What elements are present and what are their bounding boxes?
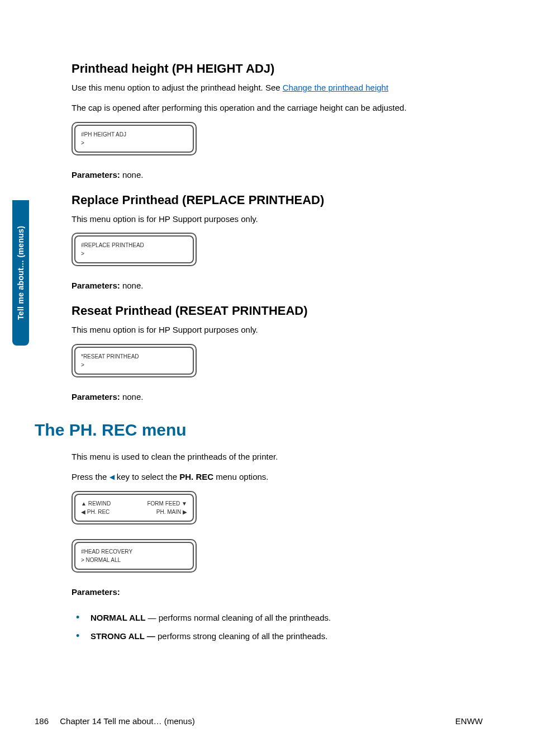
lcd-display-nav: ▲ REWIND FORM FEED ▼ ◀ PH. REC PH. MAIN …: [72, 491, 483, 525]
chapter-title: Chapter 14 Tell me about… (menus): [60, 716, 195, 726]
list-item-text: performs strong cleaning of all the prin…: [155, 631, 328, 641]
parameters-label: Parameters:: [72, 170, 120, 179]
lcd-line: #HEAD RECOVERY: [81, 547, 187, 556]
lcd-text: ◀ PH. REC: [81, 508, 110, 516]
parameters-list: NORMAL ALL — performs normal cleaning of…: [72, 610, 483, 644]
link-change-printhead-height[interactable]: Change the printhead height: [283, 83, 388, 92]
parameters-line: Parameters: none.: [72, 170, 483, 179]
list-item-bold: NORMAL ALL: [91, 613, 145, 622]
text-bold: PH. REC: [179, 472, 213, 481]
footer-left: 186 Chapter 14 Tell me about… (menus): [35, 716, 195, 726]
paragraph: Use this menu option to adjust the print…: [72, 82, 483, 94]
paragraph: This menu is used to clean the printhead…: [72, 451, 483, 463]
parameters-line: Parameters: none.: [72, 392, 483, 401]
paragraph: This menu option is for HP Support purpo…: [72, 324, 483, 336]
lcd-line: #REPLACE PRINTHEAD: [81, 241, 187, 249]
lcd-display: #HEAD RECOVERY > NORMAL ALL: [72, 539, 483, 573]
lcd-line: >: [81, 139, 187, 147]
parameters-value: none.: [120, 170, 144, 179]
text: Press the: [72, 472, 110, 481]
list-item: NORMAL ALL — performs normal cleaning of…: [85, 610, 483, 625]
parameters-label: Parameters:: [72, 281, 120, 290]
lcd-line: #PH HEIGHT ADJ: [81, 130, 187, 139]
heading-ph-height: Printhead height (PH HEIGHT ADJ): [72, 62, 483, 76]
left-arrow-icon: ◀: [110, 472, 115, 482]
parameters-line: Parameters: none.: [72, 281, 483, 290]
lcd-text: ▲ REWIND: [81, 499, 111, 508]
page-footer: 186 Chapter 14 Tell me about… (menus) EN…: [0, 716, 533, 726]
heading-replace-printhead: Replace Printhead (REPLACE PRINTHEAD): [72, 193, 483, 207]
parameters-value: none.: [120, 281, 144, 290]
paragraph: This menu option is for HP Support purpo…: [72, 213, 483, 225]
list-item-text: — performs normal cleaning of all the pr…: [145, 613, 331, 622]
lcd-line: > NORMAL ALL: [81, 556, 187, 564]
heading-reseat-printhead: Reseat Printhead (RESEAT PRINTHEAD): [72, 304, 483, 318]
footer-right: ENWW: [455, 716, 483, 726]
lcd-line: >: [81, 249, 187, 258]
side-tab: Tell me about… (menus): [12, 200, 29, 346]
page: Tell me about… (menus) Printhead height …: [0, 0, 533, 756]
text: menu options.: [213, 472, 268, 481]
parameters-line: Parameters:: [72, 587, 483, 597]
lcd-display: *RESEAT PRINTHEAD >: [72, 344, 483, 377]
list-item: STRONG ALL — performs strong cleaning of…: [85, 629, 483, 644]
parameters-label: Parameters:: [72, 587, 120, 597]
page-number: 186: [35, 716, 49, 726]
parameters-label: Parameters:: [72, 392, 120, 401]
paragraph: Press the ◀ key to select the PH. REC me…: [72, 471, 483, 483]
lcd-line: *RESEAT PRINTHEAD: [81, 352, 187, 361]
paragraph: The cap is opened after performing this …: [72, 102, 483, 114]
text: key to select the: [115, 472, 180, 481]
lcd-line: >: [81, 361, 187, 369]
parameters-value: none.: [120, 392, 144, 401]
side-tab-label: Tell me about… (menus): [16, 226, 25, 320]
heading-ph-rec-menu: The PH. REC menu: [35, 420, 483, 440]
lcd-text: FORM FEED ▼: [147, 499, 187, 508]
lcd-text: PH. MAIN ▶: [156, 508, 187, 516]
text: Use this menu option to adjust the print…: [72, 83, 283, 92]
lcd-display: #PH HEIGHT ADJ >: [72, 122, 483, 155]
list-item-bold: STRONG ALL —: [91, 631, 155, 641]
lcd-display: #REPLACE PRINTHEAD >: [72, 233, 483, 266]
